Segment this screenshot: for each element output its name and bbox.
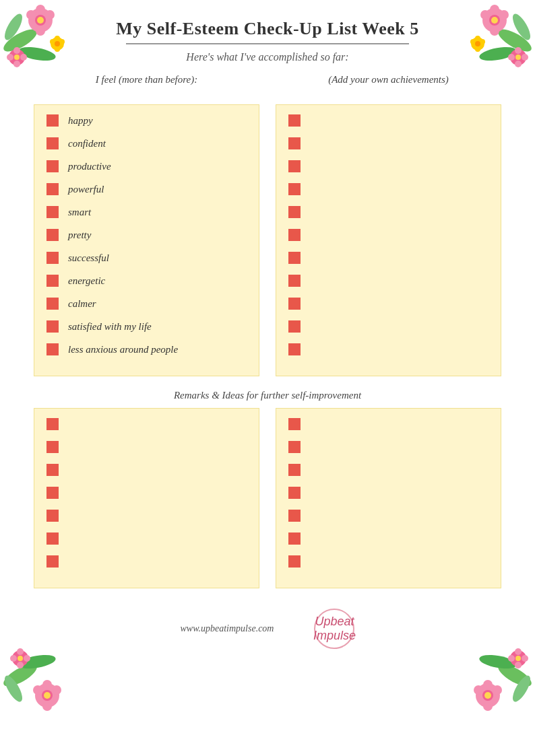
svg-point-49 [42, 680, 52, 689]
svg-point-52 [52, 685, 61, 695]
remark-right-4 [288, 487, 489, 499]
footer-brand: Upbeat Impulse [313, 615, 356, 643]
svg-point-53 [44, 692, 51, 699]
check-label-successful: successful [68, 252, 109, 264]
right-check-10 [288, 320, 489, 333]
remarks-boxes [34, 408, 501, 588]
svg-point-68 [493, 685, 502, 695]
right-check-2 [288, 137, 489, 149]
svg-point-67 [474, 685, 483, 695]
remarks-right [276, 408, 501, 588]
right-checkbox-5[interactable] [288, 206, 301, 218]
checkbox-smart[interactable] [46, 206, 59, 218]
remark-right-cb-4[interactable] [288, 487, 301, 499]
checkbox-satisfied[interactable] [46, 320, 59, 333]
content: I feel (more than before): (Add your own… [0, 74, 535, 588]
check-label-confident: confident [68, 138, 106, 149]
right-check-6 [288, 229, 489, 241]
checkbox-powerful[interactable] [46, 183, 59, 195]
checkbox-productive[interactable] [46, 160, 59, 172]
check-label-satisfied: satisfied with my life [68, 321, 152, 333]
left-checklist-col: happy confident productive powerful [34, 104, 259, 376]
left-checklist-box: happy confident productive powerful [34, 104, 259, 376]
remark-left-1 [46, 418, 247, 430]
right-checkbox-6[interactable] [288, 229, 301, 241]
footer-brand-circle: Upbeat Impulse [314, 609, 354, 649]
right-checkbox-2[interactable] [288, 137, 301, 149]
right-checklist-box [276, 104, 501, 376]
check-label-smart: smart [68, 207, 91, 218]
checkbox-pretty[interactable] [46, 229, 59, 241]
right-checkbox-1[interactable] [288, 114, 301, 127]
remark-right-cb-7[interactable] [288, 555, 301, 568]
right-checkbox-7[interactable] [288, 252, 301, 264]
remark-right-2 [288, 441, 489, 453]
svg-point-66 [483, 701, 493, 711]
right-checklist-col [276, 104, 501, 376]
svg-point-46 [1, 673, 26, 704]
svg-point-74 [522, 655, 528, 662]
remark-left-cb-4[interactable] [46, 487, 59, 499]
remark-left-cb-7[interactable] [46, 555, 59, 568]
remark-left-cb-5[interactable] [46, 510, 59, 522]
right-checkbox-3[interactable] [288, 160, 301, 172]
remark-left-cb-1[interactable] [46, 418, 59, 430]
check-item-confident: confident [46, 137, 247, 149]
check-label-happy: happy [68, 115, 93, 127]
remark-right-6 [288, 532, 489, 545]
subtitle: Here's what I've accomplished so far: [0, 51, 535, 63]
svg-point-64 [482, 690, 493, 701]
checkbox-less-anxious[interactable] [46, 343, 59, 355]
right-check-1 [288, 114, 489, 127]
svg-point-48 [42, 690, 53, 701]
checkbox-calmer[interactable] [46, 298, 59, 310]
remark-left-5 [46, 510, 247, 522]
right-checkbox-4[interactable] [288, 183, 301, 195]
remark-right-1 [288, 418, 489, 430]
check-item-successful: successful [46, 252, 247, 264]
svg-point-47 [35, 683, 59, 708]
remark-right-cb-1[interactable] [288, 418, 301, 430]
checkbox-successful[interactable] [46, 252, 59, 264]
remarks-label: Remarks & Ideas for further self-improve… [34, 390, 501, 401]
remark-right-cb-3[interactable] [288, 464, 301, 476]
svg-point-58 [24, 655, 30, 662]
check-item-pretty: pretty [46, 229, 247, 241]
checkbox-energetic[interactable] [46, 275, 59, 287]
check-label-calmer: calmer [68, 298, 96, 310]
checkbox-confident[interactable] [46, 137, 59, 149]
remark-left-7 [46, 555, 247, 568]
remark-left-cb-3[interactable] [46, 464, 59, 476]
check-label-energetic: energetic [68, 275, 105, 287]
right-checkbox-10[interactable] [288, 320, 301, 333]
right-check-4 [288, 183, 489, 195]
right-check-9 [288, 298, 489, 310]
check-item-energetic: energetic [46, 275, 247, 287]
remark-left-cb-6[interactable] [46, 532, 59, 545]
check-label-pretty: pretty [68, 230, 91, 241]
remark-right-3 [288, 464, 489, 476]
svg-point-73 [508, 655, 515, 662]
right-checkbox-8[interactable] [288, 275, 301, 287]
right-checkbox-11[interactable] [288, 343, 301, 355]
checklist-columns: happy confident productive powerful [34, 104, 501, 376]
remark-left-2 [46, 441, 247, 453]
svg-point-44 [1, 660, 40, 690]
footer-url: www.upbeatimpulse.com [181, 623, 274, 634]
svg-point-72 [515, 662, 522, 668]
checkbox-happy[interactable] [46, 114, 59, 127]
right-checkbox-9[interactable] [288, 298, 301, 310]
svg-point-63 [476, 683, 500, 708]
remark-right-5 [288, 510, 489, 522]
remark-right-cb-5[interactable] [288, 510, 301, 522]
check-item-less-anxious: less anxious around people [46, 343, 247, 355]
check-item-smart: smart [46, 206, 247, 218]
remark-left-4 [46, 487, 247, 499]
remark-left-cb-2[interactable] [46, 441, 59, 453]
svg-point-50 [42, 701, 52, 711]
remark-right-cb-2[interactable] [288, 441, 301, 453]
check-label-productive: productive [68, 161, 111, 172]
title-underline [126, 43, 409, 44]
page: My Self-Esteem Check-Up List Week 5 Here… [0, 0, 535, 756]
remark-right-cb-6[interactable] [288, 532, 301, 545]
